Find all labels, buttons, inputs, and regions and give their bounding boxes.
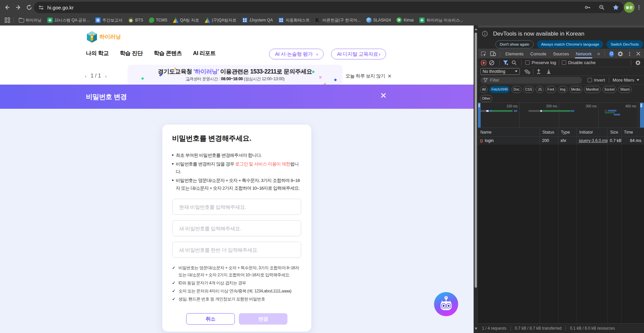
ai-pill-button[interactable]: AI 서·논술형 평가›: [269, 49, 324, 59]
reload-icon[interactable]: [25, 4, 33, 11]
bookmark-item[interactable]: BTS: [128, 17, 143, 23]
nav-item[interactable]: 학습 진단: [120, 50, 143, 58]
filter-chip[interactable]: Socket: [602, 86, 617, 93]
more-tabs-icon[interactable]: »: [595, 49, 602, 58]
bookmark-item[interactable]: SLASH24: [366, 17, 391, 23]
banner-dismiss-button[interactable]: 오늘 하루 보지 않기 ✕: [345, 73, 391, 79]
waterfall-bar: [489, 110, 492, 112]
profile-avatar[interactable]: 용운: [624, 2, 635, 13]
column-header-initiator[interactable]: Initiator: [577, 128, 608, 136]
bookmark-item[interactable]: 자동화테스트: [278, 17, 310, 23]
devtools-banner-button[interactable]: Always match Chrome's language: [537, 40, 603, 48]
filter-chip[interactable]: Media: [569, 86, 582, 93]
confirm-password-input[interactable]: [172, 242, 301, 258]
back-icon[interactable]: [3, 4, 11, 11]
network-settings-icon[interactable]: [635, 60, 641, 65]
devtools-banner-button[interactable]: Don't show again: [495, 40, 534, 48]
nav-item[interactable]: 나의 학교: [86, 50, 109, 58]
hilearning-logo[interactable]: 하이러닝: [87, 31, 133, 43]
chrome-menu-icon[interactable]: [635, 4, 643, 11]
devtools-promo-icon[interactable]: [609, 51, 614, 57]
bookmark-item[interactable]: JJ시스템 QA 공유...: [47, 17, 90, 23]
banner-subtitle: 고객센터 운영시간 : 08:00~18:00 (점심시간 12:00~13:0…: [127, 76, 342, 82]
devtools-tab-sources[interactable]: Sources: [550, 49, 573, 58]
disable-cache-checkbox[interactable]: [562, 60, 566, 65]
scrollbar-down-icon[interactable]: [475, 328, 477, 330]
import-har-icon[interactable]: [536, 69, 541, 74]
nav-item[interactable]: AI 리포트: [193, 50, 216, 58]
submit-button[interactable]: 변경: [239, 313, 287, 325]
filter-chip[interactable]: Fetch/XHR: [489, 86, 510, 93]
devtools-menu-icon[interactable]: [627, 51, 632, 56]
export-har-icon[interactable]: [546, 69, 551, 74]
bookmark-item[interactable]: Kimai: [396, 17, 414, 23]
filter-input[interactable]: Filter: [480, 77, 582, 84]
forward-icon[interactable]: [15, 4, 22, 11]
filter-chip[interactable]: JS: [536, 86, 544, 93]
checklist-item: ✓생일, 핸드폰 번호 등 개인정보가 포함된 비밀번호: [172, 296, 304, 303]
request-row[interactable]: {}login200xhrjquery-3.6.0.min0.7 kB84 ms: [478, 137, 644, 145]
bookmark-item[interactable]: K바른한글(구 한국어...: [315, 17, 360, 23]
bookmark-item[interactable]: (구)QA팀자료: [205, 17, 236, 23]
zoom-out-icon[interactable]: [598, 4, 605, 11]
column-header-time[interactable]: Time: [622, 128, 644, 136]
filter-chip[interactable]: Other: [480, 95, 492, 102]
bookmark-item[interactable]: TCMS: [149, 17, 167, 23]
scrollbar-up-icon[interactable]: [475, 28, 477, 30]
inspect-icon[interactable]: [481, 51, 486, 57]
banner-prev-icon[interactable]: ‹: [85, 73, 87, 79]
password-key-icon[interactable]: [584, 4, 591, 11]
filter-chip[interactable]: All: [480, 86, 488, 93]
current-password-input[interactable]: [172, 199, 301, 215]
column-header-name[interactable]: Name: [478, 128, 540, 136]
devtools-tab-elements[interactable]: Elements: [502, 49, 527, 58]
bookmark-item[interactable]: 하이러닝: [18, 17, 42, 23]
page-scrollbar[interactable]: [474, 26, 478, 333]
devtools-settings-icon[interactable]: [618, 51, 623, 57]
filter-chip[interactable]: Manifest: [584, 86, 601, 93]
cancel-button[interactable]: 취소: [186, 313, 235, 325]
filter-funnel-icon[interactable]: [503, 60, 508, 65]
devtools-close-icon[interactable]: [636, 51, 641, 56]
bookmark-item[interactable]: QA팀 자료: [173, 17, 199, 23]
modal-close-icon[interactable]: ✕: [378, 91, 388, 101]
device-toolbar-icon[interactable]: [490, 51, 496, 56]
devtools-tab-console[interactable]: Console: [527, 49, 550, 58]
filter-chip[interactable]: Wasm: [618, 86, 632, 93]
column-header-status[interactable]: Status: [540, 128, 558, 136]
filter-chip[interactable]: CSS: [523, 86, 534, 93]
nav-item[interactable]: 학습 콘텐츠: [154, 50, 182, 58]
clear-icon[interactable]: [489, 60, 494, 65]
bookmark-item[interactable]: 주간보고서: [95, 17, 122, 23]
column-header-size[interactable]: Size: [608, 128, 622, 136]
bookmark-label: JJsystem QA: [249, 18, 273, 22]
new-password-input[interactable]: [172, 220, 301, 236]
invert-checkbox[interactable]: [588, 78, 592, 82]
bookmark-item[interactable]: JJsystem QA: [242, 17, 273, 23]
network-conditions-icon[interactable]: [524, 69, 530, 74]
filter-chip[interactable]: Font: [545, 86, 556, 93]
banner-next-icon[interactable]: ›: [105, 73, 107, 79]
filter-chip[interactable]: Doc: [512, 86, 522, 93]
filter-chip[interactable]: Img: [558, 86, 568, 93]
docs-icon: [95, 17, 101, 23]
address-bar[interactable]: hi.goe.go.kr: [34, 2, 624, 13]
devtools-banner-button[interactable]: Switch DevTools: [606, 40, 643, 48]
chatbot-button[interactable]: [434, 292, 458, 316]
ai-pill-button[interactable]: AI 디지털 교육자료›: [331, 49, 386, 59]
bookmark-item[interactable]: 하이러닝 이슈리스...: [419, 17, 463, 23]
scrollbar-thumb[interactable]: [475, 33, 477, 288]
record-icon[interactable]: [481, 60, 486, 65]
column-header-type[interactable]: Type: [558, 128, 577, 136]
bookmark-star-icon[interactable]: [612, 4, 619, 11]
avatar-initials: 용운: [626, 5, 633, 10]
devtools-tab-network[interactable]: Network: [572, 49, 595, 58]
apps-grid-icon[interactable]: [5, 17, 10, 23]
preserve-log-checkbox[interactable]: [525, 60, 530, 65]
lizard-icon: [149, 17, 154, 23]
throttling-select[interactable]: No throttling: [480, 68, 520, 75]
throttling-value: No throttling: [483, 69, 505, 74]
more-filters-label[interactable]: More filters: [613, 78, 634, 83]
bookmark-label: Kimai: [404, 18, 414, 22]
search-icon[interactable]: [512, 60, 517, 65]
